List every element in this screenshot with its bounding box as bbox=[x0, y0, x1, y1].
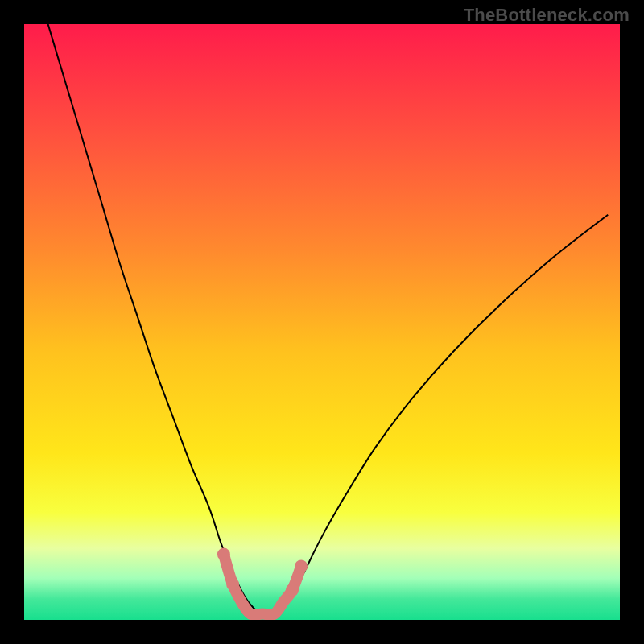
curve-layer bbox=[24, 24, 620, 620]
plot-area bbox=[24, 24, 620, 620]
highlight-dot bbox=[226, 578, 239, 591]
chart-frame: TheBottleneck.com bbox=[0, 0, 644, 644]
highlight-dot bbox=[295, 559, 308, 572]
highlight-dot bbox=[217, 548, 230, 561]
bottleneck-curve bbox=[48, 24, 609, 615]
highlight-dot bbox=[286, 584, 299, 597]
watermark-text: TheBottleneck.com bbox=[464, 5, 630, 26]
